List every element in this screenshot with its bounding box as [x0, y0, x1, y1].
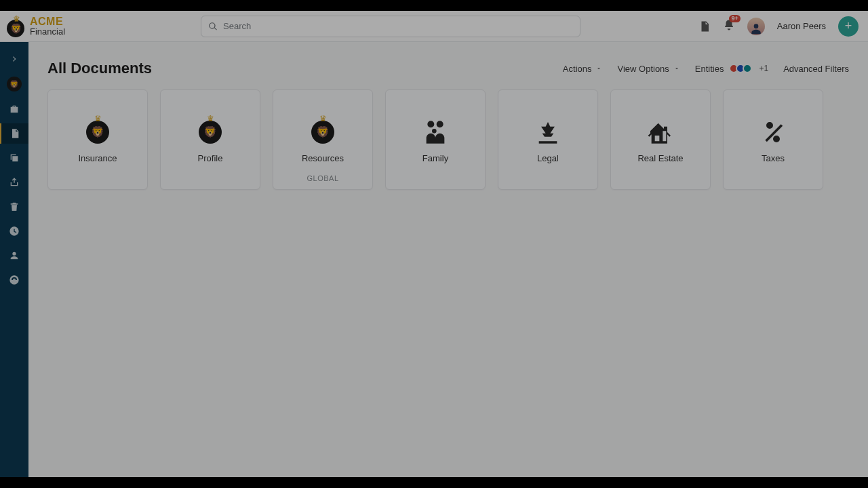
sidebar: 🦁	[0, 42, 28, 477]
folder-card[interactable]: Real Estate	[610, 89, 711, 190]
folder-icon-wrap	[422, 117, 449, 148]
sidebar-item-support[interactable]	[0, 270, 28, 290]
share-icon	[9, 177, 20, 188]
chevron-down-icon	[595, 65, 602, 72]
top-right-group: 9+ Aaron Peers +	[698, 16, 859, 37]
legal-icon	[534, 119, 561, 146]
realestate-icon	[647, 119, 674, 146]
view-options-label: View Options	[617, 64, 669, 74]
user-name-label: Aaron Peers	[777, 21, 826, 31]
brand-folder-icon: ♛🦁	[86, 121, 109, 144]
entity-dot	[743, 64, 752, 73]
sidebar-item-brand[interactable]: 🦁	[0, 73, 28, 95]
user-avatar[interactable]	[747, 18, 765, 35]
briefcase-icon	[9, 104, 20, 115]
entities-dots	[729, 64, 752, 73]
advanced-filters-button[interactable]: Advanced Filters	[783, 64, 849, 74]
brand-folder-icon: ♛🦁	[311, 121, 334, 144]
actions-label: Actions	[563, 64, 592, 74]
copy-icon	[9, 152, 20, 163]
folder-label: Taxes	[762, 153, 785, 163]
entities-extra-count: +1	[759, 64, 768, 73]
sidebar-item-briefcase[interactable]	[0, 99, 28, 119]
avatar-person-icon	[749, 22, 763, 35]
letterbox-top	[0, 0, 868, 11]
document-icon	[9, 128, 20, 139]
add-button[interactable]: +	[838, 16, 859, 37]
folder-card[interactable]: Legal	[498, 89, 598, 190]
folder-icon-wrap	[534, 117, 561, 148]
entities-filter[interactable]: Entities +1	[695, 64, 768, 74]
sidebar-item-copy[interactable]	[0, 148, 28, 168]
folder-label: Family	[422, 153, 448, 163]
entities-label: Entities	[695, 64, 724, 74]
folder-card[interactable]: Taxes	[723, 89, 823, 190]
chevron-down-icon	[673, 65, 680, 72]
clock-icon	[9, 226, 20, 237]
app-root: ♛ 🦁 ACME Financial 9+ Aaron Peers	[0, 0, 868, 488]
brand-folder-icon: ♛🦁	[199, 121, 222, 144]
search-field[interactable]	[201, 16, 580, 37]
family-icon	[422, 119, 449, 146]
trash-icon	[9, 201, 20, 212]
page-header: All Documents Actions View Options Entit…	[47, 60, 849, 77]
top-bar: ♛ 🦁 ACME Financial 9+ Aaron Peers	[0, 11, 868, 42]
folder-icon-wrap	[760, 117, 787, 148]
folder-icon-wrap: ♛🦁	[86, 117, 109, 148]
sidebar-item-trash[interactable]	[0, 197, 28, 217]
folder-icon-wrap: ♛🦁	[311, 117, 334, 148]
notifications-button[interactable]: 9+	[723, 19, 735, 34]
brand-name-top: ACME	[30, 16, 65, 27]
search-input[interactable]	[223, 21, 573, 31]
notifications-badge: 9+	[729, 15, 740, 22]
folder-sublabel: GLOBAL	[307, 174, 338, 182]
sidebar-item-collapse[interactable]	[0, 49, 28, 69]
folder-label: Resources	[302, 153, 344, 163]
brand-logo[interactable]: ♛ 🦁 ACME Financial	[7, 16, 65, 36]
brand-text: ACME Financial	[30, 16, 65, 36]
advanced-filters-label: Advanced Filters	[783, 64, 849, 74]
sidebar-item-documents[interactable]	[0, 123, 28, 144]
folder-label: Insurance	[78, 153, 117, 163]
taxes-icon	[760, 119, 787, 146]
folder-icon-wrap: ♛🦁	[199, 117, 222, 148]
folder-card[interactable]: Family	[385, 89, 486, 190]
brand-name-bottom: Financial	[30, 27, 65, 36]
page-controls: Actions View Options Entities +1 Advance…	[563, 64, 849, 74]
user-icon	[9, 250, 20, 261]
sidebar-item-user[interactable]	[0, 245, 28, 266]
sidebar-item-share[interactable]	[0, 172, 28, 192]
search-icon	[208, 22, 218, 31]
folder-icon-wrap	[647, 117, 674, 148]
page-title: All Documents	[47, 60, 152, 77]
folder-label: Legal	[537, 153, 559, 163]
folder-label: Real Estate	[637, 153, 683, 163]
letterbox-bottom	[0, 477, 868, 488]
document-icon[interactable]	[698, 20, 711, 33]
folder-card[interactable]: ♛🦁ResourcesGLOBAL	[273, 89, 373, 190]
chevrons-icon	[10, 55, 18, 63]
view-options-dropdown[interactable]: View Options	[617, 64, 679, 74]
brand-lion-icon: ♛ 🦁	[7, 17, 26, 36]
sidebar-item-recent[interactable]	[0, 221, 28, 241]
plus-icon: +	[845, 19, 852, 33]
folder-card[interactable]: ♛🦁Insurance	[47, 89, 148, 190]
folder-card[interactable]: ♛🦁Profile	[160, 89, 260, 190]
support-icon	[9, 274, 20, 285]
folders-grid: ♛🦁Insurance♛🦁Profile♛🦁ResourcesGLOBALFam…	[47, 89, 849, 190]
main-area: All Documents Actions View Options Entit…	[28, 42, 868, 477]
actions-dropdown[interactable]: Actions	[563, 64, 603, 74]
brand-mini-icon: 🦁	[7, 77, 22, 92]
folder-label: Profile	[198, 153, 223, 163]
